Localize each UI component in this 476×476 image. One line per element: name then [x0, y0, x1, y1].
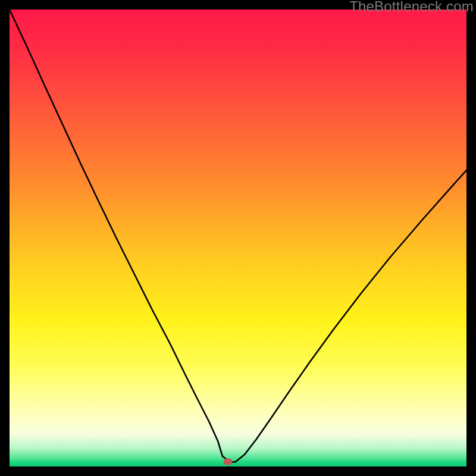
- bottleneck-marker: [224, 459, 233, 465]
- chart-frame: TheBottleneck.com: [0, 0, 476, 476]
- bottleneck-curve: [10, 10, 466, 462]
- plot-area: [10, 10, 466, 466]
- watermark-text: TheBottleneck.com: [349, 0, 474, 15]
- curve-svg: [10, 10, 466, 466]
